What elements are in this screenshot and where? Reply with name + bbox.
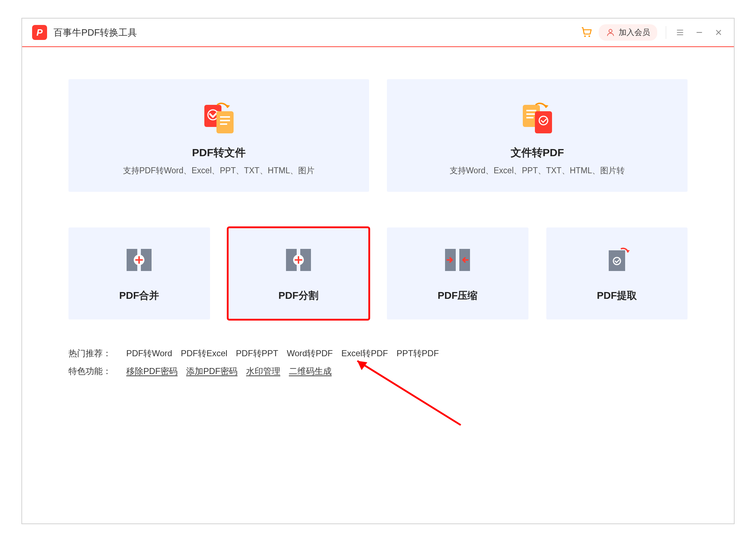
svg-rect-23 (609, 250, 625, 271)
link-pdf-to-ppt[interactable]: PDF转PPT (236, 344, 279, 362)
window-controls (675, 27, 724, 38)
app-window: P 百事牛PDF转换工具 加入会员 (21, 18, 735, 524)
footer-popular-label: 热门推荐： (68, 344, 115, 362)
titlebar-right: 加入会员 (580, 24, 724, 41)
cart-icon[interactable] (580, 26, 593, 39)
svg-rect-5 (216, 111, 234, 133)
titlebar: P 百事牛PDF转换工具 加入会员 (22, 19, 734, 47)
footer-popular-row: 热门推荐： PDF转Word PDF转Excel PDF转PPT Word转PD… (68, 344, 688, 362)
svg-point-0 (584, 35, 586, 37)
link-ppt-to-pdf[interactable]: PPT转PDF (397, 344, 439, 362)
link-remove-password[interactable]: 移除PDF密码 (126, 362, 178, 380)
content-area: PDF转文件 支持PDF转Word、Excel、PPT、TXT、HTML、图片 (22, 47, 734, 523)
menu-icon[interactable] (675, 27, 685, 38)
link-pdf-to-word[interactable]: PDF转Word (126, 344, 172, 362)
card-pdf-merge[interactable]: PDF合并 (68, 227, 210, 319)
link-pdf-to-excel[interactable]: PDF转Excel (181, 344, 228, 362)
link-word-to-pdf[interactable]: Word转PDF (287, 344, 333, 362)
file-to-pdf-icon (519, 98, 556, 136)
card-pdf-compress[interactable]: PDF压缩 (387, 227, 528, 319)
svg-point-1 (588, 35, 590, 37)
app-logo-icon: P (32, 25, 47, 40)
footer-popular-items: PDF转Word PDF转Excel PDF转PPT Word转PDF Exce… (126, 344, 439, 362)
big-cards-row: PDF转文件 支持PDF转Word、Excel、PPT、TXT、HTML、图片 (68, 79, 688, 192)
footer-special-items: 移除PDF密码 添加PDF密码 水印管理 二维码生成 (126, 362, 332, 380)
link-excel-to-pdf[interactable]: Excel转PDF (341, 344, 388, 362)
card-file-to-pdf[interactable]: 文件转PDF 支持Word、Excel、PPT、TXT、HTML、图片转 (387, 79, 688, 192)
user-icon (606, 28, 615, 37)
minimize-icon[interactable] (694, 27, 705, 38)
app-title: 百事牛PDF转换工具 (53, 26, 137, 39)
card-title: 文件转PDF (511, 145, 564, 160)
svg-rect-12 (526, 117, 533, 118)
link-watermark[interactable]: 水印管理 (246, 362, 280, 380)
join-member-button[interactable]: 加入会员 (599, 24, 657, 41)
small-cards-row: PDF合并 PDF分割 (68, 227, 688, 319)
member-label: 加入会员 (619, 27, 650, 38)
svg-rect-8 (220, 123, 227, 125)
card-title: PDF转文件 (192, 145, 246, 160)
svg-rect-7 (220, 120, 230, 121)
card-desc: 支持Word、Excel、PPT、TXT、HTML、图片转 (450, 165, 625, 176)
pdf-compress-icon (441, 247, 474, 273)
svg-point-2 (609, 29, 612, 32)
footer-special-row: 特色功能： 移除PDF密码 添加PDF密码 水印管理 二维码生成 (68, 362, 688, 380)
svg-rect-11 (526, 113, 536, 115)
divider (666, 26, 666, 39)
pdf-split-icon (282, 247, 315, 273)
pdf-merge-icon (123, 247, 155, 273)
footer-special-label: 特色功能： (68, 362, 115, 380)
svg-rect-10 (526, 110, 536, 111)
link-add-password[interactable]: 添加PDF密码 (186, 362, 237, 380)
pdf-to-file-icon (200, 98, 238, 136)
card-title: PDF压缩 (438, 289, 477, 302)
card-desc: 支持PDF转Word、Excel、PPT、TXT、HTML、图片 (123, 165, 315, 176)
close-icon[interactable] (713, 27, 724, 38)
card-title: PDF合并 (119, 289, 159, 302)
footer-links: 热门推荐： PDF转Word PDF转Excel PDF转PPT Word转PD… (68, 344, 688, 380)
card-title: PDF分割 (279, 289, 318, 302)
card-pdf-split[interactable]: PDF分割 (228, 227, 369, 319)
link-qrcode[interactable]: 二维码生成 (289, 362, 332, 380)
card-title: PDF提取 (597, 289, 637, 302)
card-pdf-to-file[interactable]: PDF转文件 支持PDF转Word、Excel、PPT、TXT、HTML、图片 (68, 79, 369, 192)
card-pdf-extract[interactable]: PDF提取 (546, 227, 688, 319)
svg-rect-6 (220, 116, 230, 118)
pdf-extract-icon (601, 247, 633, 273)
